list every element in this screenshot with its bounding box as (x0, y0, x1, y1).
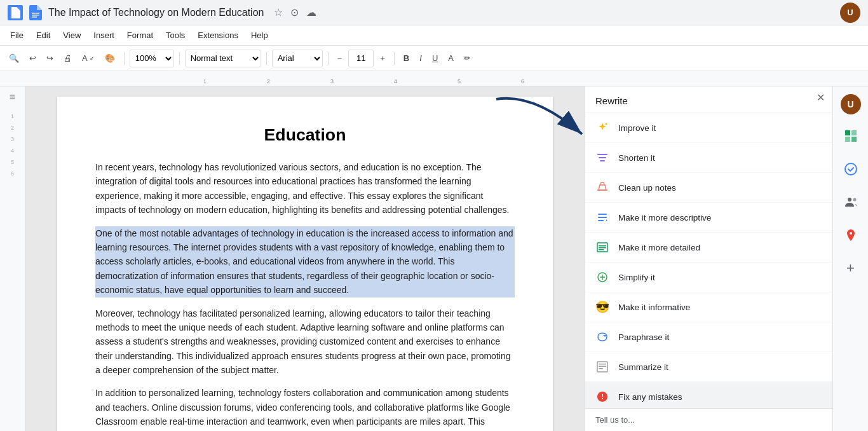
shorten-icon (595, 151, 609, 165)
star-icon[interactable]: ☆ (274, 6, 283, 18)
cleanup-icon (595, 181, 609, 195)
svg-rect-24 (599, 368, 603, 369)
cloud-icon[interactable]: ☁ (306, 6, 316, 18)
divider-4 (328, 52, 329, 65)
underline-btn[interactable]: U (428, 50, 442, 67)
svg-rect-27 (851, 130, 857, 135)
left-sidebar: ≡ 1 2 3 4 5 6 (0, 86, 25, 431)
paragraph-3[interactable]: Moreover, technology has facilitated per… (95, 306, 515, 378)
italic-btn[interactable]: I (416, 50, 426, 67)
line-number-5: 5 (11, 159, 14, 165)
fix-icon (595, 390, 609, 404)
menu-edit[interactable]: Edit (31, 28, 55, 43)
add-btn[interactable]: + (839, 257, 862, 280)
menu-extensions[interactable]: Extensions (193, 28, 243, 43)
menu-bar: File Edit View Insert Format Tools Exten… (0, 25, 868, 46)
paragraph-1[interactable]: In recent years, technology has revoluti… (95, 160, 515, 217)
menu-help[interactable]: Help (246, 28, 273, 43)
rewrite-item-informative[interactable]: 😎 Make it informative (585, 292, 832, 322)
descriptive-label: Make it more descriptive (618, 213, 711, 222)
fix-label: Fix any mistakes (618, 392, 682, 402)
svg-rect-26 (845, 130, 850, 135)
user-profile-icon[interactable]: U (841, 94, 861, 114)
doc-area: Education In recent years, technology ha… (25, 86, 585, 431)
cleanup-label: Clean up notes (618, 183, 676, 193)
divider-1 (124, 52, 125, 65)
informative-icon: 😎 (595, 300, 609, 314)
svg-point-31 (848, 198, 851, 202)
highlight-btn[interactable]: ✏ (460, 50, 475, 67)
font-size-increase[interactable]: + (376, 50, 389, 67)
menu-tools[interactable]: Tools (161, 28, 190, 43)
redo-btn[interactable]: ↪ (43, 50, 57, 67)
doc-page[interactable]: Education In recent years, technology ha… (57, 97, 553, 431)
svg-rect-2 (32, 15, 39, 16)
svg-rect-12 (598, 220, 604, 221)
font-size-input[interactable] (348, 50, 374, 67)
paragraph-4[interactable]: In addition to personalized learning, te… (95, 386, 515, 431)
sheets-icon[interactable] (839, 125, 862, 147)
svg-rect-11 (598, 217, 607, 218)
divider-3 (266, 52, 267, 65)
footer-text: Tell us to... (595, 415, 635, 425)
font-select[interactable]: Arial Times New Roman (272, 50, 323, 67)
rewrite-item-descriptive[interactable]: Make it more descriptive (585, 203, 832, 233)
main-area: ≡ 1 2 3 4 5 6 Education In recent years,… (0, 86, 868, 431)
right-icons-sidebar: U + (832, 86, 868, 431)
search-btn[interactable]: 🔍 (5, 50, 23, 67)
menu-view[interactable]: View (58, 28, 86, 43)
undo-btn[interactable]: ↩ (25, 50, 40, 67)
print-btn[interactable]: 🖨 (60, 50, 76, 67)
rewrite-item-summarize[interactable]: Summarize it (585, 352, 832, 382)
ruler: 1 2 3 4 5 6 (0, 71, 868, 86)
style-select[interactable]: Normal text Heading 1 Heading 2 (185, 50, 261, 67)
shorten-label: Shorten it (618, 153, 655, 163)
rewrite-footer[interactable]: Tell us to... (585, 408, 832, 431)
improve-label: Improve it (618, 123, 656, 133)
bold-btn[interactable]: B (400, 50, 413, 67)
paraphrase-label: Paraphrase it (618, 332, 669, 342)
menu-file[interactable]: File (5, 28, 29, 43)
panel-close-btn[interactable]: ✕ (817, 92, 825, 104)
toolbar: 🔍 ↩ ↪ 🖨 A✓ 🎨 100% 75% 125% Normal text H… (0, 46, 868, 71)
rewrite-item-detailed[interactable]: Make it more detailed (585, 233, 832, 263)
line-number-4: 4 (11, 147, 14, 154)
rewrite-item-fix[interactable]: Fix any mistakes (585, 382, 832, 408)
line-number-2: 2 (11, 125, 14, 131)
svg-rect-29 (851, 137, 857, 142)
maps-icon[interactable] (839, 224, 862, 247)
text-color-btn[interactable]: A (444, 50, 458, 67)
svg-point-30 (845, 163, 857, 175)
summarize-icon (595, 360, 609, 374)
svg-rect-23 (599, 366, 606, 367)
people-icon[interactable] (839, 191, 862, 214)
font-size-decrease[interactable]: − (334, 50, 346, 67)
svg-point-5 (606, 123, 607, 125)
title-bar: The Impact of Technology on Modern Educa… (0, 0, 868, 25)
document-title[interactable]: The Impact of Technology on Modern Educa… (48, 7, 264, 18)
paint-format-btn[interactable]: 🎨 (101, 50, 119, 67)
title-action-icons: ☆ ⊙ ☁ (274, 6, 316, 18)
zoom-select[interactable]: 100% 75% 125% (130, 50, 174, 67)
rewrite-item-shorten[interactable]: Shorten it (585, 143, 832, 173)
menu-insert[interactable]: Insert (88, 28, 119, 43)
paragraph-2-highlighted[interactable]: One of the most notable advantages of te… (95, 226, 515, 298)
outline-icon[interactable]: ≡ (10, 92, 15, 103)
rewrite-item-improve[interactable]: Improve it (585, 113, 832, 143)
svg-rect-15 (599, 247, 606, 249)
user-avatar[interactable]: U (840, 3, 860, 23)
rewrite-item-paraphrase[interactable]: Paraphrase it (585, 322, 832, 352)
menu-format[interactable]: Format (122, 28, 158, 43)
google-docs-icon (28, 5, 43, 20)
divider-2 (179, 52, 180, 65)
line-number-3: 3 (11, 136, 14, 142)
divider-5 (394, 52, 395, 65)
svg-rect-8 (600, 160, 605, 161)
spellcheck-btn[interactable]: A✓ (78, 50, 98, 67)
folder-icon[interactable]: ⊙ (290, 6, 299, 18)
svg-rect-28 (845, 137, 850, 142)
line-number-6: 6 (11, 170, 14, 177)
rewrite-item-simplify[interactable]: Simplify it (585, 263, 832, 292)
rewrite-item-cleanup[interactable]: Clean up notes (585, 173, 832, 203)
tasks-icon[interactable] (839, 158, 862, 181)
